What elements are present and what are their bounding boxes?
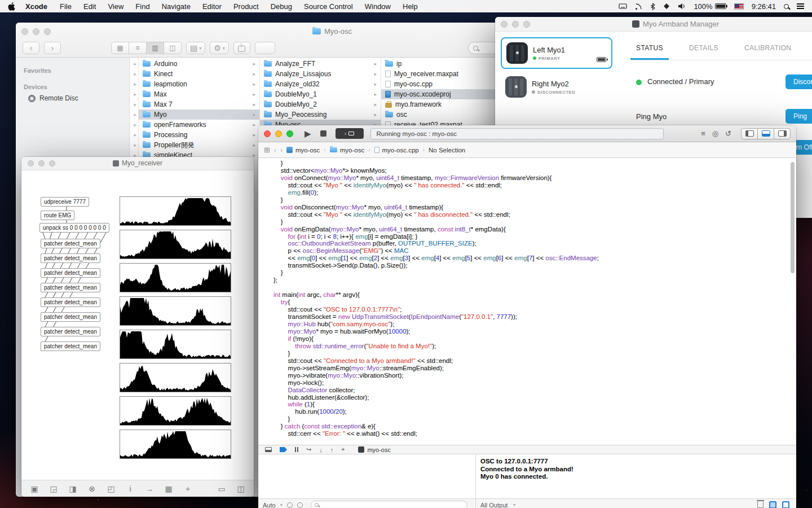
- volume-icon[interactable]: [678, 3, 686, 10]
- step-over-icon[interactable]: ↪: [306, 446, 311, 453]
- max-object[interactable]: patcher detect_mean: [41, 268, 100, 278]
- file-row[interactable]: Myo_Peocessing▸: [260, 110, 381, 120]
- menu-product[interactable]: Product: [233, 2, 259, 11]
- stop-button[interactable]: [320, 130, 326, 137]
- file-row[interactable]: myo-osc.xcodeproj: [381, 89, 502, 99]
- debug-area-toggle[interactable]: [757, 128, 774, 139]
- sidebar-item-remote-disc[interactable]: Remote Disc: [16, 93, 129, 104]
- max-object[interactable]: patcher detect_mean: [41, 283, 100, 292]
- forward-button[interactable]: ›: [44, 42, 61, 54]
- lock-icon[interactable]: ▣: [29, 484, 39, 493]
- max-object[interactable]: patcher detect_mean: [41, 253, 100, 263]
- max-object[interactable]: patcher detect_mean: [41, 239, 100, 248]
- device-card-1[interactable]: Left Myo1PRIMARY: [501, 37, 612, 69]
- max-object[interactable]: patcher detect_mean: [41, 327, 100, 336]
- info-icon[interactable]: i: [125, 484, 135, 493]
- console-pane-toggle-left[interactable]: [769, 501, 776, 508]
- max-object[interactable]: patcher detect_mean: [41, 341, 100, 351]
- waveform-display[interactable]: [120, 263, 231, 292]
- back-button[interactable]: ‹: [23, 42, 39, 54]
- variables-filter-label[interactable]: Auto: [263, 502, 276, 508]
- breadcrumb-item[interactable]: myo-osc.cpp: [374, 147, 419, 154]
- hide-debug-area-icon[interactable]: [265, 447, 272, 452]
- max-object[interactable]: patcher detect_mean: [41, 297, 100, 307]
- tab-status[interactable]: STATUS: [636, 44, 663, 52]
- file-row[interactable]: DoubleMyo_2▸: [260, 99, 381, 110]
- waveform-display[interactable]: [120, 363, 231, 392]
- menu-help[interactable]: Help: [403, 2, 418, 11]
- waveform-display[interactable]: [120, 396, 231, 426]
- file-row[interactable]: Myo▸: [139, 110, 259, 120]
- close-button[interactable]: [264, 130, 271, 137]
- file-row[interactable]: Myo_receiver.maxpat: [381, 69, 502, 79]
- column-view-button[interactable]: ▥: [146, 42, 164, 54]
- waveform-display[interactable]: [120, 230, 231, 259]
- file-row[interactable]: Max 7▸: [139, 99, 259, 110]
- ping-button[interactable]: Ping: [785, 109, 812, 124]
- menu-navigate[interactable]: Navigate: [162, 2, 191, 11]
- file-row[interactable]: Analyze_FFT▸: [260, 59, 381, 69]
- step-out-icon[interactable]: ↑: [330, 446, 334, 453]
- max-object[interactable]: udpreceive 7777: [41, 197, 89, 207]
- variables-view[interactable]: [258, 454, 476, 498]
- inspector-toggle[interactable]: [774, 128, 791, 139]
- patch-canvas[interactable]: udpreceive 7777route EMGunpack ss 0 0 0 …: [21, 170, 254, 480]
- grid-icon[interactable]: ▦: [164, 484, 174, 493]
- navigator-toggle[interactable]: [741, 128, 758, 139]
- tab-calibration[interactable]: CALIBRATION: [744, 44, 792, 52]
- disconnect-button[interactable]: Disconnect: [785, 75, 812, 89]
- coverflow-view-button[interactable]: ◫: [164, 42, 182, 54]
- file-row[interactable]: Kinect▸: [139, 69, 259, 79]
- clear-console-icon[interactable]: [757, 502, 764, 508]
- related-items-icon[interactable]: ⊞: [264, 146, 270, 154]
- menu-view[interactable]: View: [108, 2, 123, 11]
- back-icon[interactable]: ‹: [274, 146, 276, 154]
- max-object[interactable]: patcher detect_mean: [41, 312, 100, 322]
- arrange-button[interactable]: ▤▾: [186, 42, 205, 54]
- waveform-display[interactable]: [120, 330, 231, 359]
- standard-editor-icon[interactable]: ≡: [701, 129, 705, 138]
- max-object[interactable]: route EMG: [41, 211, 74, 220]
- waveform-display[interactable]: [120, 430, 231, 459]
- file-row[interactable]: osc▸: [381, 110, 502, 120]
- file-row[interactable]: Analyze_old32▸: [260, 79, 381, 89]
- zoom-button[interactable]: [286, 130, 293, 137]
- menu-edit[interactable]: Edit: [83, 2, 96, 11]
- file-row[interactable]: Max▸: [139, 89, 259, 99]
- export-icon[interactable]: →: [144, 484, 155, 493]
- notification-center-icon[interactable]: [797, 3, 804, 9]
- show-only-icon[interactable]: [287, 502, 293, 508]
- max-titlebar[interactable]: Myo_receiver: [21, 157, 254, 170]
- step-into-icon[interactable]: ↓: [319, 446, 323, 453]
- menu-window[interactable]: Window: [365, 2, 391, 11]
- menu-editor[interactable]: Editor: [202, 2, 222, 11]
- apple-menu-icon[interactable]: [8, 2, 15, 11]
- menu-debug[interactable]: Debug: [271, 2, 292, 11]
- keyboard-icon[interactable]: [619, 3, 627, 10]
- breadcrumb-item[interactable]: myo-osc: [330, 147, 364, 154]
- file-row[interactable]: Analyze_Lissajous▸: [260, 69, 381, 79]
- console-pane-toggle-right[interactable]: [782, 501, 789, 508]
- file-row[interactable]: leapmotion▸: [139, 79, 259, 89]
- version-editor-icon[interactable]: ↺: [725, 129, 731, 138]
- breadcrumb-item[interactable]: No Selection: [429, 147, 465, 154]
- scheme-selector[interactable]: ›: [336, 128, 364, 139]
- assistant-editor-icon[interactable]: ◎: [712, 129, 718, 138]
- info-icon[interactable]: [297, 502, 303, 508]
- file-row[interactable]: openFrameworks▸: [139, 120, 259, 130]
- file-row[interactable]: Propeller開発▸: [139, 140, 259, 150]
- location-icon[interactable]: ⌖: [341, 446, 345, 453]
- file-row[interactable]: myo.framework▸: [381, 99, 502, 110]
- run-button[interactable]: ▶: [304, 129, 311, 139]
- add-icon[interactable]: +: [183, 484, 193, 493]
- list-view-button[interactable]: ≡: [129, 42, 147, 54]
- waveform-display[interactable]: [120, 196, 231, 226]
- forward-icon[interactable]: ›: [280, 146, 283, 154]
- menu-find[interactable]: Find: [135, 2, 149, 11]
- file-row[interactable]: ip▸: [381, 59, 502, 69]
- tab-details[interactable]: DETAILS: [689, 44, 718, 52]
- pause-icon[interactable]: [295, 447, 298, 452]
- minimize-button[interactable]: [275, 130, 282, 137]
- spotlight-icon[interactable]: [784, 4, 789, 9]
- max-object[interactable]: unpack ss 0 0 0 0 0 0 0 0: [39, 223, 109, 233]
